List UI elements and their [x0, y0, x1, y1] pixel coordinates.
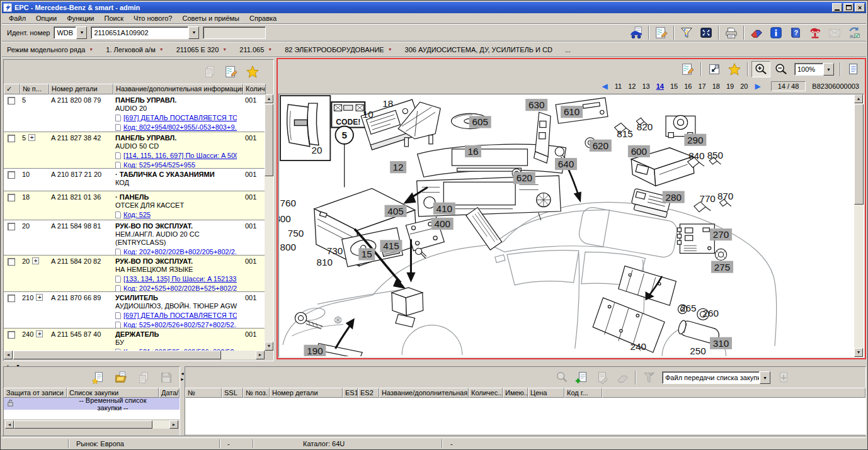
callout-290[interactable]: 290 — [684, 134, 706, 146]
header-list-name[interactable]: Список закупки — [67, 388, 159, 398]
callout-750[interactable]: 750 — [288, 228, 304, 239]
row-checkbox[interactable] — [8, 295, 15, 302]
parts-table-row[interactable]: 20+A 211 584 20 82РУК-ВО ПО ЭКСПЛУАТ.НА … — [4, 256, 266, 292]
footnote-link[interactable]: [697] ДЕТАЛЬ ПОСТАВЛЯЕТСЯ ТОЛЬКО — [123, 114, 237, 122]
scroll-up-icon[interactable]: ▲ — [265, 94, 273, 103]
parts-table-row[interactable]: 20A 211 584 98 81РУК-ВО ПО ЭКСПЛУАТ.НЕМ.… — [4, 220, 266, 256]
callout-20[interactable]: 20 — [312, 145, 323, 155]
callout-730[interactable]: 730 — [327, 245, 343, 256]
callout-640[interactable]: 640 — [555, 158, 577, 170]
parts-table-row[interactable]: 18A 211 821 01 36· ПАНЕЛЬОТСЕК ДЛЯ КАССЕ… — [4, 191, 266, 220]
footnote-link[interactable]: Код: 525+802/526+802/527+802/52... — [123, 321, 237, 328]
page-19[interactable]: 19 — [723, 82, 737, 90]
notes-button[interactable] — [678, 61, 697, 77]
zoom-out-button[interactable] — [772, 61, 791, 77]
menu-item-6[interactable]: Советы и приёмы — [177, 14, 244, 23]
positions-header-3[interactable]: № поз. — [243, 388, 270, 398]
page-16[interactable]: 16 — [681, 82, 695, 90]
footnote-icon[interactable] — [115, 211, 121, 218]
scroll-thumb[interactable] — [854, 104, 864, 205]
menu-item-2[interactable]: Опции — [31, 14, 62, 23]
positions-header-4[interactable]: Номер детали — [270, 388, 343, 398]
footnote-link[interactable]: [114, 115, 116, 697] По Шасси: A 50004 — [123, 152, 237, 160]
row-checkbox[interactable] — [8, 171, 15, 179]
collapse-left-icon[interactable]: ◄ — [180, 371, 185, 376]
callout-415[interactable]: 415 — [380, 240, 402, 252]
collapse-right-icon[interactable]: ► — [180, 377, 185, 381]
callout-275[interactable]: 275 — [711, 261, 733, 273]
menu-item-3[interactable]: Функции — [62, 14, 99, 23]
scroll-left-icon[interactable]: ◄ — [4, 351, 13, 359]
close-button[interactable]: × — [855, 3, 865, 12]
zoom-level-combo[interactable]: 100% ▼ — [794, 63, 834, 76]
next-page-icon[interactable]: ▶ — [751, 82, 764, 91]
page-15[interactable]: 15 — [667, 82, 681, 90]
erase-button[interactable] — [747, 25, 766, 41]
header-qty[interactable]: Количес — [243, 84, 266, 94]
positions-header-9[interactable]: Имею... — [503, 388, 528, 398]
vertical-splitter[interactable]: ◄ ► — [180, 366, 185, 436]
callout-280[interactable]: 280 — [663, 191, 685, 203]
footnote-link[interactable]: Код: 202+525+802/202B+525+802/2... — [123, 284, 237, 291]
page-20[interactable]: 20 — [737, 82, 751, 90]
menu-item-7[interactable]: Справка — [244, 14, 282, 23]
footnote-icon[interactable] — [115, 115, 121, 121]
callout-760[interactable]: 760 — [280, 198, 296, 208]
fit-window-button[interactable] — [705, 61, 724, 77]
callout-265[interactable]: 265 — [680, 303, 696, 313]
chevron-down-icon[interactable]: ▼ — [388, 47, 392, 52]
breadcrumb-item-7[interactable]: ... — [565, 46, 571, 53]
callout-400[interactable]: 400 — [431, 218, 454, 230]
parts-table-row[interactable]: 10A 210 817 21 20· ТАБЛИЧКА С УКАЗАНИЯМИ… — [4, 169, 266, 191]
transfer-file-combo[interactable]: Файл передачи списка закупки ▼ — [662, 371, 770, 384]
scroll-left-icon[interactable]: ◄ — [5, 420, 14, 429]
callout-850[interactable]: 850 — [707, 150, 723, 160]
chevron-down-icon[interactable]: ▼ — [760, 371, 770, 384]
footnote-icon[interactable] — [115, 152, 121, 159]
chevron-down-icon[interactable]: ▼ — [89, 47, 93, 52]
footnote-icon[interactable] — [115, 322, 121, 328]
diagram-vertical-scrollbar[interactable]: ▲ ▼ — [854, 94, 864, 357]
footnote-link[interactable]: Код: 525 — [123, 211, 151, 219]
breadcrumb-item-1[interactable]: Режим модельного ряда▼ — [7, 46, 93, 53]
footnote-icon[interactable] — [115, 162, 121, 168]
data-transfer-button[interactable] — [845, 25, 864, 41]
positions-header-5[interactable]: ES1 — [343, 388, 358, 398]
page-18[interactable]: 18 — [709, 82, 723, 90]
title-bar[interactable]: EPC - Mercedes-Benz & smart - admin × — [2, 2, 866, 13]
add-position-button[interactable] — [573, 369, 591, 386]
positions-header-7[interactable]: Название/дополнительная информ... — [379, 388, 469, 398]
parts-table-row[interactable]: 5+A 211 827 38 42ПАНЕЛЬ УПРАВЛ.AUDIO 50 … — [4, 132, 266, 169]
scroll-right-icon[interactable]: ► — [256, 351, 265, 359]
row-checkbox[interactable] — [8, 258, 15, 266]
page-14[interactable]: 14 — [653, 82, 667, 90]
callout-270[interactable]: 270 — [710, 228, 732, 240]
expand-icon[interactable]: + — [28, 134, 35, 141]
notes-button[interactable] — [652, 25, 671, 41]
expand-icon[interactable]: + — [36, 330, 43, 337]
shopping-list-row[interactable]: -- Временный список закупки -- — [4, 398, 180, 410]
ident-prefix-combo[interactable]: WDB ▼ — [54, 26, 87, 39]
filter-button[interactable] — [677, 25, 696, 41]
header-write-protect[interactable]: Защита от записи — [4, 388, 67, 398]
scroll-right-icon[interactable]: ► — [169, 420, 178, 429]
footnote-icon[interactable] — [115, 312, 121, 319]
maximize-button[interactable] — [843, 3, 854, 12]
vehicle-workshop-button[interactable] — [806, 25, 825, 41]
parts-vertical-scrollbar[interactable]: ▲ ▼ — [265, 94, 273, 351]
callout-18[interactable]: 18 — [382, 98, 393, 109]
chevron-down-icon[interactable]: ▼ — [76, 26, 87, 39]
parts-table-row[interactable]: 210+A 211 870 66 89УСИЛИТЕЛЬАУДИОШЛЮЗ, Д… — [4, 292, 266, 329]
row-checkbox[interactable] — [8, 135, 15, 142]
callout-620[interactable]: 620 — [513, 172, 535, 184]
page-11[interactable]: 11 — [612, 82, 625, 90]
callout-605[interactable]: 605 — [469, 116, 491, 128]
footnote-link[interactable]: Код: 525+954/525+955 — [123, 161, 195, 168]
row-checkbox[interactable] — [8, 194, 15, 201]
horizontal-splitter[interactable]: ▲ ▼ — [2, 361, 866, 366]
scroll-thumb[interactable] — [14, 420, 152, 429]
scroll-down-icon[interactable]: ▼ — [265, 342, 273, 351]
print-button[interactable] — [722, 25, 741, 41]
callout-15[interactable]: 15 — [358, 248, 375, 260]
callout-310[interactable]: 310 — [710, 337, 732, 349]
